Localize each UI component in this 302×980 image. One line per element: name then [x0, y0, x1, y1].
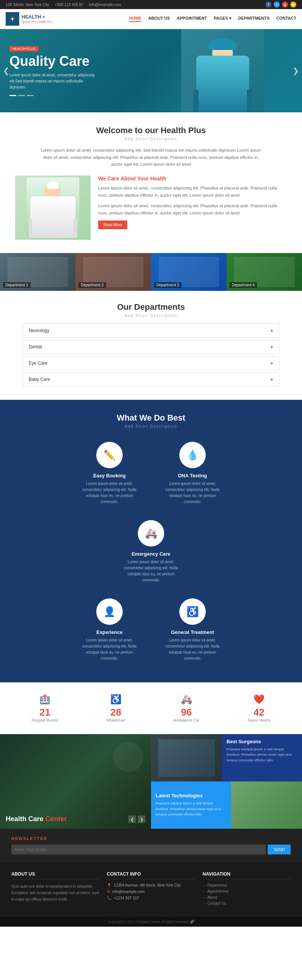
dept-image-3: Department 3	[151, 253, 226, 291]
showcase-nav-arrows[interactable]: ❮ ❯	[128, 816, 145, 823]
dna-testing-icon: 💧	[187, 449, 199, 461]
logo: + HEALTH + QUALITY CARE FU	[6, 12, 52, 26]
about-image	[15, 175, 90, 240]
experience-icon-circle: 👤	[96, 598, 123, 625]
dna-testing-desc: Lorem ipsum dolor sit amet, consectetur …	[160, 481, 225, 505]
dept-eyecare[interactable]: Eye Care +	[23, 356, 279, 370]
nav-home[interactable]: HOME	[129, 16, 142, 22]
googleplus-icon[interactable]: g	[282, 2, 288, 8]
dept-neurology[interactable]: Neurology +	[23, 323, 279, 338]
newsletter-email-input[interactable]	[11, 845, 266, 854]
welcome-section: Welcome to our Health Plus Add Short Des…	[0, 112, 302, 253]
footer: ABOUT US Quis aute iure dolor in reprehe…	[0, 862, 302, 917]
twitter-icon[interactable]: t	[274, 2, 280, 8]
wheelchair-label: Wheelchair	[106, 718, 125, 722]
dept-label-1: Department 1	[3, 282, 30, 288]
hero-next-arrow[interactable]: ❯	[293, 66, 299, 75]
footer-about: ABOUT US Quis aute iure dolor in reprehe…	[11, 872, 99, 907]
services-middle-row: 🚑 Emergency Care Lorem ipsum dolor sit a…	[113, 512, 189, 591]
departments-accordion: Neurology + Dental + Eye Care + Baby Car…	[23, 323, 279, 387]
phone: +000 123 456 87	[55, 3, 83, 7]
hero-dot-3[interactable]	[27, 95, 33, 96]
nav-contact[interactable]: CONTACT	[276, 16, 296, 22]
ambulance-number: 96	[173, 706, 199, 718]
dept-label-4: Department 4	[229, 282, 257, 288]
email: info@example.com	[89, 3, 121, 7]
hero-dot-2[interactable]	[18, 95, 25, 96]
showcase-latest-tech: Latest Technologies Praesent volutpat ip…	[151, 781, 231, 829]
top-bar: 12K Street, New York City +000 123 456 8…	[0, 0, 302, 9]
dept-image-4: Department 4	[226, 253, 302, 291]
phone-icon: 📞	[107, 896, 111, 900]
hero-section: ❮ HEALTH PLUS Quality Care Lorem ipsum d…	[0, 29, 302, 112]
dept-dental[interactable]: Dental +	[23, 340, 279, 354]
hospital-rooms-icon: 🏥	[32, 694, 59, 705]
facebook-icon[interactable]: f	[266, 2, 272, 8]
what-sub: Add Short Description	[15, 425, 287, 428]
latest-tech-text: Praesent volutpat ipsum a velit tempor t…	[155, 801, 226, 817]
nav-appointment[interactable]: APPOINTMENT	[177, 16, 207, 22]
showcase-text: Health Care Center	[6, 815, 67, 823]
dept-eyecare-toggle[interactable]: +	[270, 360, 273, 366]
newsletter-form[interactable]: SEND	[11, 845, 291, 854]
footer-email: ✉ info@example.com	[107, 889, 195, 894]
showcase-circle-deco	[113, 742, 144, 772]
what-we-do-section: What We Do Best Add Short Description ✏️…	[0, 400, 302, 682]
service-easy-booking: ✏️ Easy Booking Lorem ipsum dolor sit am…	[72, 434, 147, 512]
showcase-bottom-right: Latest Technologies Praesent volutpat ip…	[151, 781, 302, 829]
dept-babycare[interactable]: Baby Care +	[23, 372, 279, 387]
service-experience: 👤 Experience Lorem ipsum dolor sit amet,…	[72, 591, 147, 669]
hospital-rooms-label: Hospital Rooms	[32, 718, 59, 722]
services-top-row: ✏️ Easy Booking Lorem ipsum dolor sit am…	[72, 434, 230, 512]
showcase-next-arrow[interactable]: ❯	[138, 816, 145, 823]
experience-title: Experience	[96, 629, 122, 635]
hero-dots	[9, 95, 100, 96]
footer-address: 📍 12354 Avenue, 4th block, New York City	[107, 883, 195, 887]
youtube-icon[interactable]: ▶	[290, 2, 296, 8]
top-bar-contact: 12K Street, New York City +000 123 456 8…	[6, 3, 121, 7]
easy-booking-icon: ✏️	[103, 449, 115, 461]
showcase-prev-arrow[interactable]: ❮	[128, 816, 136, 823]
footer-address-text: 12354 Avenue, 4th block, New York City	[114, 883, 180, 887]
newsletter-send-button[interactable]: SEND	[268, 845, 291, 854]
welcome-title: Welcome to our Health Plus	[15, 126, 287, 135]
hero-content: HEALTH PLUS Quality Care Lorem ipsum dol…	[0, 34, 109, 108]
footer-nav-about[interactable]: About	[203, 895, 291, 899]
dept-dental-label: Dental	[29, 344, 42, 350]
stat-hospital-rooms: 🏥 21 Hospital Rooms	[32, 694, 59, 722]
emergency-care-desc: Lorem ipsum dolor sit amet, consectetur …	[119, 559, 183, 583]
footer-nav-appointment[interactable]: Appointment	[203, 889, 291, 893]
nav-about[interactable]: ABOUT US	[149, 16, 170, 22]
wheelchair-icon: ♿	[106, 694, 125, 705]
easy-booking-desc: Lorem ipsum dolor sit amet, consectetur …	[77, 481, 142, 505]
footer-nav-contact[interactable]: Contact Us	[203, 901, 291, 905]
footer-nav-department[interactable]: Department	[203, 883, 291, 887]
newsletter-section: NEWSLETTER SEND	[0, 829, 302, 862]
showcase-best-surgeons: Best Surgeons Praesent volutpat ipsum a …	[222, 734, 302, 781]
nav-departments[interactable]: DEPARTMENTS	[238, 16, 270, 22]
dept-neurology-toggle[interactable]: +	[270, 328, 273, 334]
emergency-care-title: Emergency Care	[132, 551, 171, 557]
email-icon: ✉	[107, 889, 110, 894]
nav-pages[interactable]: PAGES ▾	[213, 16, 231, 22]
about-content: We Care About Your Health Lorem ipsum do…	[98, 175, 287, 229]
stats-section: 🏥 21 Hospital Rooms ♿ 28 Wheelchair 🚑 96…	[0, 682, 302, 734]
dept-dental-toggle[interactable]: +	[270, 344, 273, 350]
showcase-doctors-image	[231, 781, 302, 829]
copyright-company-link[interactable]: 🔗	[190, 920, 194, 924]
navbar: + HEALTH + QUALITY CARE FU HOME ABOUT US…	[0, 9, 302, 29]
read-more-button[interactable]: Read More	[98, 221, 127, 229]
wheelchair-number: 28	[106, 706, 125, 718]
copyright-bar: Copyright © 2017 Company Name All rights…	[0, 917, 302, 927]
latest-tech-title: Latest Technologies	[155, 793, 226, 799]
footer-nav-title: NAVIGATION	[203, 872, 291, 880]
social-links[interactable]: f t g ▶	[266, 2, 296, 8]
nav-links: HOME ABOUT US APPOINTMENT PAGES ▾ DEPART…	[129, 16, 296, 22]
service-emergency-care: 🚑 Emergency Care Lorem ipsum dolor sit a…	[113, 512, 189, 591]
footer-about-text: Quis aute iure dolor in reprehenderit in…	[11, 883, 99, 902]
hero-dot-1[interactable]	[9, 95, 16, 96]
about-p2: Lorem ipsum dolor sit amet, consectetur …	[98, 202, 287, 216]
what-title: What We Do Best	[15, 413, 287, 423]
hero-prev-arrow[interactable]: ❮	[3, 66, 9, 75]
dept-babycare-toggle[interactable]: +	[270, 376, 273, 382]
